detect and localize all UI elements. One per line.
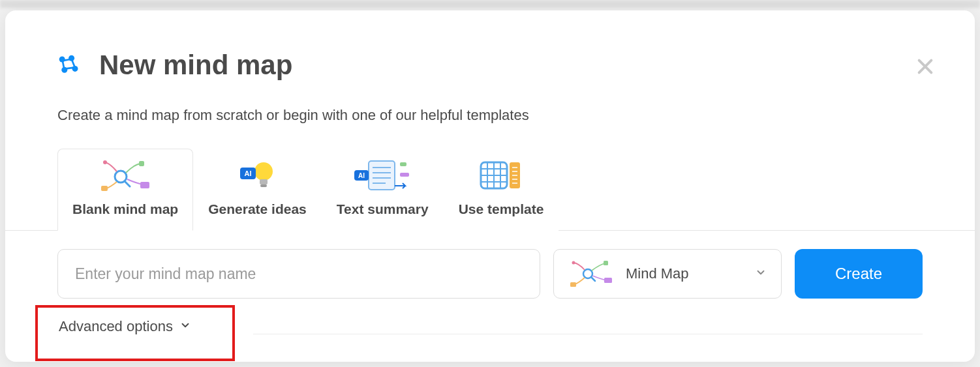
- tab-label: Generate ideas: [208, 201, 307, 217]
- chevron-down-icon: [179, 318, 191, 335]
- svg-point-3: [72, 66, 78, 72]
- tab-label: Text summary: [337, 201, 429, 217]
- tab-use-template[interactable]: Use template: [444, 149, 559, 231]
- advanced-options-label: Advanced options: [59, 318, 173, 335]
- use-template-icon: [477, 158, 525, 192]
- modal-subtitle: Create a mind map from scratch or begin …: [5, 81, 975, 124]
- divider: [253, 334, 923, 334]
- svg-rect-14: [101, 186, 108, 191]
- creation-tabs: Blank mind map AI Generate ideas: [5, 124, 975, 231]
- tab-text-summary[interactable]: AI Text summary: [322, 149, 444, 231]
- svg-rect-18: [260, 184, 267, 187]
- svg-rect-47: [570, 282, 576, 287]
- chevron-down-icon: [755, 267, 767, 281]
- close-icon: [915, 56, 936, 77]
- svg-point-45: [572, 261, 575, 265]
- svg-line-4: [63, 59, 70, 61]
- blank-mind-map-icon: [99, 158, 152, 192]
- modal-title: New mind map: [99, 50, 292, 81]
- mind-map-name-input[interactable]: [57, 249, 540, 299]
- mind-map-logo-icon: [57, 53, 81, 77]
- create-button[interactable]: Create: [795, 249, 923, 299]
- tab-label: Use template: [459, 201, 544, 217]
- svg-point-16: [254, 162, 273, 181]
- tab-label: Blank mind map: [72, 201, 178, 217]
- svg-rect-13: [139, 161, 144, 166]
- svg-line-6: [63, 62, 64, 68]
- map-type-select[interactable]: Mind Map: [553, 249, 782, 299]
- svg-text:AI: AI: [358, 172, 365, 179]
- tab-blank-mind-map[interactable]: Blank mind map: [57, 149, 193, 231]
- svg-rect-46: [604, 261, 608, 265]
- svg-rect-15: [140, 182, 149, 188]
- mind-map-type-icon: [568, 259, 614, 288]
- svg-rect-28: [400, 162, 406, 166]
- generate-ideas-icon: AI: [236, 158, 279, 192]
- form-row: Mind Map Create: [5, 231, 975, 299]
- modal-header: New mind map: [5, 10, 975, 81]
- svg-line-7: [72, 61, 75, 66]
- text-summary-icon: AI: [352, 158, 413, 192]
- svg-rect-29: [400, 173, 409, 177]
- svg-text:AI: AI: [244, 169, 251, 177]
- svg-line-5: [66, 68, 74, 69]
- svg-line-11: [125, 181, 130, 186]
- svg-line-44: [591, 277, 595, 281]
- advanced-options-toggle[interactable]: Advanced options: [57, 308, 194, 345]
- tab-generate-ideas[interactable]: AI Generate ideas: [193, 149, 322, 231]
- close-button[interactable]: [915, 56, 936, 77]
- svg-point-0: [59, 57, 65, 63]
- new-mind-map-modal: New mind map Create a mind map from scra…: [5, 10, 975, 362]
- svg-rect-21: [369, 161, 395, 190]
- svg-point-12: [103, 160, 107, 164]
- map-type-label: Mind Map: [626, 265, 743, 282]
- svg-rect-17: [260, 179, 268, 184]
- svg-rect-48: [604, 278, 612, 283]
